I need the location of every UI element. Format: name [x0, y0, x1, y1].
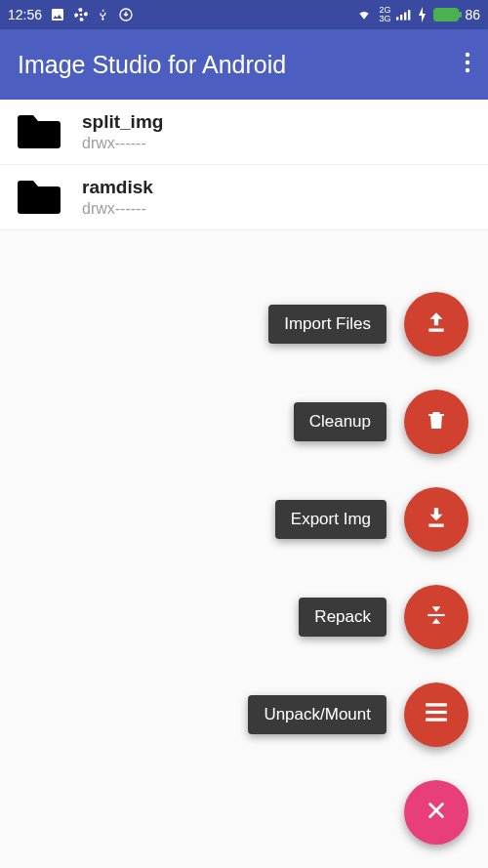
svg-point-7 [466, 61, 469, 64]
svg-rect-15 [426, 718, 447, 721]
wifi-icon [355, 8, 373, 21]
fab-close-button[interactable] [404, 780, 468, 845]
file-permissions: drwx------ [82, 135, 163, 152]
trash-icon [425, 407, 448, 436]
battery-percent: 86 [465, 7, 480, 22]
file-name: split_img [82, 111, 163, 133]
image-icon [50, 7, 65, 22]
svg-rect-5 [408, 10, 410, 20]
fab-label[interactable]: Import Files [268, 305, 386, 344]
upload-icon [424, 310, 449, 339]
download-circle-icon [118, 7, 134, 22]
svg-point-8 [466, 68, 469, 72]
svg-rect-14 [426, 711, 447, 714]
fab-label[interactable]: Cleanup [294, 402, 386, 441]
fab-action-export: Export Img [275, 487, 468, 552]
svg-rect-10 [428, 414, 444, 416]
svg-rect-3 [400, 15, 402, 21]
fab-menu: Import Files Cleanup Export Img Repack [248, 292, 468, 845]
file-row[interactable]: ramdisk drwx------ [0, 165, 488, 230]
fab-button-export[interactable] [404, 487, 468, 552]
svg-point-6 [466, 53, 469, 57]
app-title: Image Studio for Android [18, 51, 286, 79]
file-list: split_img drwx------ ramdisk drwx------ [0, 100, 488, 230]
menu-icon [424, 703, 449, 726]
file-permissions: drwx------ [82, 200, 153, 218]
svg-rect-11 [428, 524, 443, 527]
folder-icon [14, 178, 64, 217]
fab-button-unpack[interactable] [404, 682, 468, 747]
fab-label[interactable]: Export Img [275, 500, 386, 539]
network-label: 2G 3G [379, 6, 390, 23]
status-bar: 12:56 2G 3G 86 [0, 0, 488, 29]
signal-icon [396, 8, 412, 21]
fab-action-unpack: Unpack/Mount [248, 682, 468, 747]
app-bar: Image Studio for Android [0, 29, 488, 100]
charging-icon [418, 7, 427, 22]
close-icon [426, 800, 447, 825]
svg-rect-2 [396, 17, 398, 20]
svg-rect-9 [428, 329, 443, 332]
fab-action-import: Import Files [268, 292, 468, 356]
compress-icon [424, 601, 449, 633]
svg-rect-12 [427, 614, 444, 616]
fab-close-row [404, 780, 468, 845]
file-name: ramdisk [82, 177, 153, 198]
fab-label[interactable]: Unpack/Mount [248, 695, 386, 734]
svg-rect-4 [404, 13, 406, 21]
download-icon [424, 505, 449, 534]
usb-icon [97, 7, 110, 22]
status-time: 12:56 [8, 7, 42, 22]
fab-action-cleanup: Cleanup [294, 390, 468, 454]
file-row[interactable]: split_img drwx------ [0, 100, 488, 165]
fab-label[interactable]: Repack [299, 598, 386, 637]
svg-rect-13 [426, 703, 447, 706]
folder-icon [14, 112, 64, 151]
svg-point-0 [80, 14, 83, 17]
battery-icon [433, 8, 459, 21]
overflow-menu-button[interactable] [465, 52, 470, 77]
fab-button-cleanup[interactable] [404, 390, 468, 454]
fan-icon [73, 7, 89, 22]
fab-button-import[interactable] [404, 292, 468, 356]
fab-action-repack: Repack [299, 585, 468, 649]
fab-button-repack[interactable] [404, 585, 468, 649]
